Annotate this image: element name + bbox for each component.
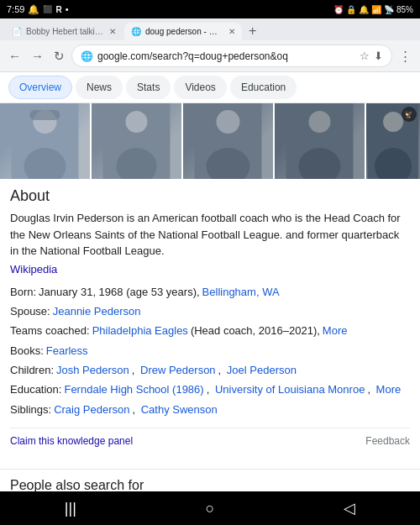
teams-label: Teams coached:: [10, 321, 90, 340]
forward-button[interactable]: →: [28, 46, 47, 66]
about-section: About Douglas Irvin Pederson is an Ameri…: [10, 187, 410, 447]
tab-news[interactable]: News: [76, 76, 123, 99]
info-row-children: Children: Josh Pederson, Drew Pederson, …: [10, 360, 410, 380]
books-label: Books:: [10, 341, 44, 360]
info-row-spouse: Spouse: Jeannie Pederson: [10, 302, 410, 321]
tab-videos[interactable]: Videos: [174, 76, 226, 99]
info-row-born: Born: January 31, 1968 (age 53 years), B…: [10, 282, 410, 302]
teams-more-link[interactable]: More: [323, 321, 348, 340]
wikipedia-link[interactable]: Wikipedia: [10, 263, 57, 276]
born-value: January 31, 1968 (age 53 years),: [39, 282, 200, 302]
wifi-icon: 📶: [371, 5, 381, 14]
spouse-label: Spouse:: [10, 302, 50, 321]
time-display: 7:59: [7, 4, 24, 14]
browser-chrome: 📄 Bobby Hebert talking about t... ✕ 🌐 do…: [0, 18, 420, 72]
education-hs-link[interactable]: Ferndale High School (1986): [64, 380, 203, 399]
dot-icon: •: [66, 4, 69, 14]
tab-2-close[interactable]: ✕: [228, 27, 235, 36]
url-display: google.com/search?q=doug+pederson&oq: [97, 50, 355, 62]
claim-section: Claim this knowledge panel Feedback: [10, 428, 410, 447]
info-table: Born: January 31, 1968 (age 53 years), B…: [10, 282, 410, 420]
svg-point-11: [308, 111, 330, 133]
volume-icon: 🔔: [359, 5, 369, 14]
nav-bar: ← → ↻ 🌐 google.com/search?q=doug+pederso…: [0, 40, 420, 71]
person-image-2: [92, 103, 181, 179]
tab-bar: 📄 Bobby Hebert talking about t... ✕ 🌐 do…: [0, 18, 420, 40]
alarm-icon: ⏰: [333, 5, 344, 14]
person-image-1: [0, 103, 90, 179]
about-description: Douglas Irvin Pederson is an American fo…: [10, 210, 410, 260]
status-left: 7:59 🔔 ⬛ R •: [7, 4, 69, 15]
child-3-link[interactable]: Joel Pederson: [227, 360, 297, 380]
address-icons: ☆ ⬇: [360, 50, 383, 62]
back-button[interactable]: ←: [5, 46, 24, 66]
images-strip[interactable]: 🦅: [0, 103, 420, 179]
address-bar[interactable]: 🌐 google.com/search?q=doug+pederson&oq ☆…: [71, 45, 392, 67]
siblings-label: Siblings:: [10, 400, 51, 419]
info-row-education: Education: Ferndale High School (1986), …: [10, 380, 410, 399]
person-image-3: [183, 103, 273, 179]
education-label: Education:: [10, 380, 61, 399]
children-label: Children:: [10, 360, 54, 380]
info-row-siblings: Siblings: Craig Pederson, Cathy Swenson: [10, 400, 410, 419]
battery-display: 85%: [396, 5, 413, 14]
child-2-link[interactable]: Drew Pederson: [140, 360, 216, 380]
feedback-link[interactable]: Feedback: [365, 435, 410, 447]
menu-button[interactable]: ⋮: [396, 46, 415, 66]
refresh-button[interactable]: ↻: [50, 46, 68, 66]
tab-overview[interactable]: Overview: [8, 76, 72, 99]
status-right: ⏰ 🔒 🔔 📶 📡 85%: [333, 5, 413, 14]
notification-icon: 🔔: [28, 4, 39, 15]
bottom-nav: ||| ○ ◁: [0, 491, 420, 525]
battery-saver-icon: ⬛: [43, 5, 52, 13]
svg-point-8: [216, 110, 239, 134]
status-bar: 7:59 🔔 ⬛ R • ⏰ 🔒 🔔 📶 📡 85%: [0, 0, 420, 18]
r-icon: R: [55, 5, 61, 14]
sibling-1-link[interactable]: Craig Pederson: [54, 400, 129, 419]
info-row-books: Books: Fearless: [10, 341, 410, 360]
born-location-link[interactable]: Bellingham, WA: [202, 282, 280, 302]
tab-stats[interactable]: Stats: [126, 76, 171, 99]
spouse-link[interactable]: Jeannie Pederson: [53, 302, 141, 321]
born-label: Born:: [10, 282, 36, 302]
svg-rect-3: [29, 110, 60, 120]
bottom-nav-back[interactable]: ◁: [331, 495, 368, 522]
tab-2[interactable]: 🌐 doug pederson - Google Sea... ✕: [124, 23, 242, 40]
tab-1[interactable]: 📄 Bobby Hebert talking about t... ✕: [5, 23, 123, 40]
tab-1-close[interactable]: ✕: [109, 27, 116, 36]
sibling-2-link[interactable]: Cathy Swenson: [141, 400, 218, 419]
svg-point-5: [125, 111, 147, 133]
tab-2-label: doug pederson - Google Sea...: [145, 27, 223, 36]
tab-1-label: Bobby Hebert talking about t...: [26, 27, 103, 36]
teams-years: (Head coach, 2016–2021),: [191, 321, 320, 340]
education-more-link[interactable]: More: [376, 380, 402, 399]
child-1-link[interactable]: Josh Pederson: [56, 360, 129, 380]
download-icon[interactable]: ⬇: [374, 50, 383, 62]
person-image-5: 🦅: [366, 103, 420, 179]
lock-icon: 🔒: [346, 5, 356, 14]
person-image-4: [275, 103, 365, 179]
teams-eagles-link[interactable]: Philadelphia Eagles: [92, 321, 188, 340]
main-content: About Douglas Irvin Pederson is an Ameri…: [0, 179, 420, 469]
books-link[interactable]: Fearless: [46, 341, 88, 360]
svg-point-14: [383, 112, 403, 132]
tab-1-favicon: 📄: [12, 27, 22, 36]
signal-icon: 📡: [384, 5, 394, 14]
bottom-nav-recent[interactable]: |||: [52, 496, 89, 522]
info-row-teams: Teams coached: Philadelphia Eagles (Head…: [10, 321, 410, 340]
about-title: About: [10, 187, 410, 205]
education-univ-link[interactable]: University of Louisiana Monroe: [215, 380, 365, 399]
claim-panel-link[interactable]: Claim this knowledge panel: [10, 435, 133, 447]
new-tab-button[interactable]: +: [244, 22, 261, 40]
search-tabs: Overview News Stats Videos Education: [0, 72, 420, 103]
tab-2-favicon: 🌐: [131, 27, 141, 36]
tab-education[interactable]: Education: [230, 76, 297, 99]
eagles-logo-icon: 🦅: [404, 110, 413, 118]
bottom-nav-home[interactable]: ○: [193, 496, 228, 522]
star-icon[interactable]: ☆: [360, 50, 370, 62]
